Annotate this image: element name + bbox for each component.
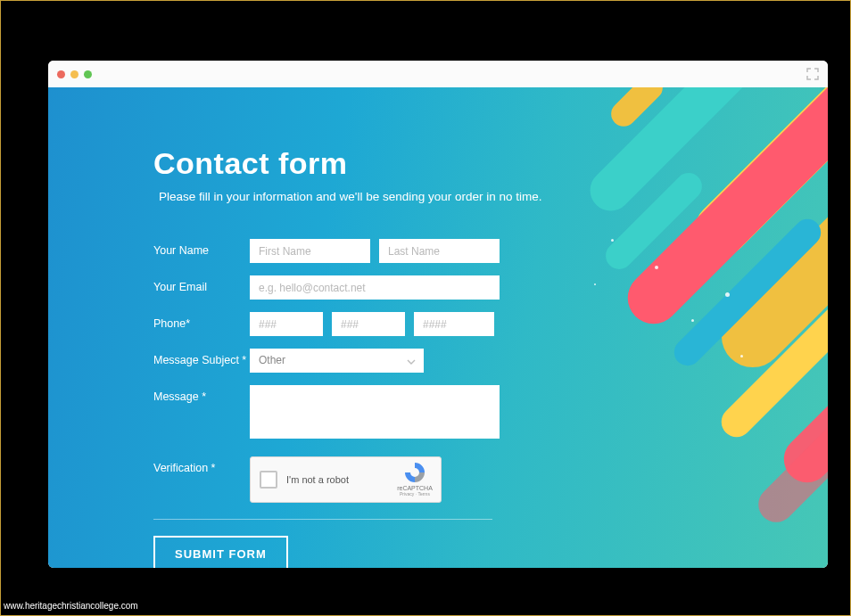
submit-button[interactable]: SUBMIT FORM	[153, 536, 288, 568]
traffic-lights	[57, 70, 92, 78]
expand-icon[interactable]	[806, 68, 819, 80]
label-message: Message *	[153, 385, 250, 403]
last-name-input[interactable]	[379, 239, 500, 263]
page-subtitle: Please fill in your information and we'l…	[153, 190, 617, 203]
email-input[interactable]	[250, 275, 500, 300]
phone-part2-input[interactable]	[332, 312, 405, 336]
decor-dot	[691, 319, 694, 322]
message-textarea[interactable]	[250, 385, 500, 439]
first-name-input[interactable]	[250, 239, 370, 263]
minimize-window-button[interactable]	[70, 70, 78, 78]
recaptcha-brand: reCAPTCHA	[396, 485, 434, 491]
page-viewport: Contact form Please fill in your informa…	[48, 87, 828, 568]
recaptcha-legal: Privacy · Terms	[396, 491, 434, 497]
recaptcha-badge: reCAPTCHA Privacy · Terms	[396, 461, 434, 497]
contact-form: Contact form Please fill in your informa…	[153, 146, 617, 568]
row-name: Your Name	[153, 239, 617, 263]
row-subject: Message Subject * Other	[153, 349, 617, 373]
label-phone: Phone*	[153, 312, 250, 330]
decor-dot	[740, 355, 743, 357]
row-message: Message *	[153, 385, 617, 439]
recaptcha-logo-icon	[403, 461, 426, 484]
row-email: Your Email	[153, 275, 617, 300]
row-verification: Verification * I'm not a robot	[153, 456, 617, 503]
watermark-text: www.heritagechristiancollege.com	[4, 601, 138, 611]
decor-dot	[725, 292, 730, 297]
phone-part1-input[interactable]	[250, 312, 323, 336]
zoom-window-button[interactable]	[84, 70, 92, 78]
recaptcha-widget: I'm not a robot reCAPTCHA Privacy · Te	[250, 456, 442, 503]
recaptcha-text: I'm not a robot	[286, 474, 349, 485]
decor-dot	[655, 266, 658, 269]
row-phone: Phone*	[153, 312, 617, 336]
browser-window: Contact form Please fill in your informa…	[48, 61, 828, 568]
window-titlebar	[48, 61, 828, 87]
recaptcha-checkbox[interactable]	[260, 471, 277, 489]
page-title: Contact form	[153, 146, 617, 181]
form-divider	[153, 519, 492, 520]
phone-part3-input[interactable]	[414, 312, 494, 336]
close-window-button[interactable]	[57, 70, 65, 78]
subject-select-value: Other	[250, 349, 424, 372]
label-subject: Message Subject *	[153, 349, 250, 366]
label-name: Your Name	[153, 239, 250, 257]
label-email: Your Email	[153, 275, 250, 293]
label-verification: Verification *	[153, 456, 250, 474]
chevron-down-icon	[406, 355, 417, 371]
subject-select[interactable]: Other	[250, 349, 424, 373]
